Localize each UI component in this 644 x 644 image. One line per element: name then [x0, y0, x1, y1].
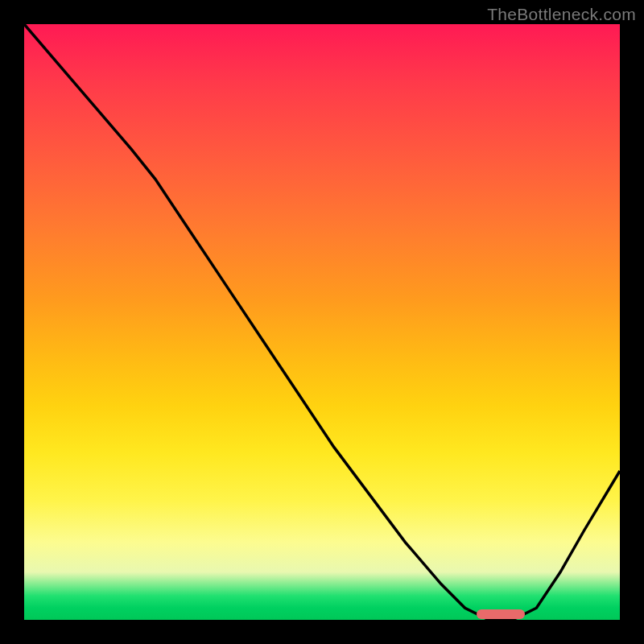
watermark-text: TheBottleneck.com [487, 5, 636, 24]
plot-area [24, 24, 620, 620]
bottleneck-curve [24, 24, 620, 620]
curve-path [24, 24, 620, 620]
accent-bar [477, 609, 524, 619]
chart-frame: TheBottleneck.com [0, 0, 644, 644]
